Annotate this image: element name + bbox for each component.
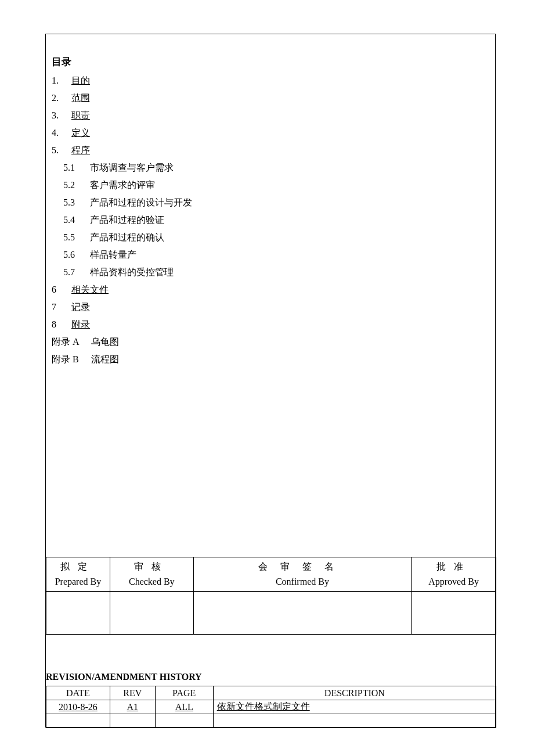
revision-history-table: DATE REV PAGE DESCRIPTION 2010-8-26 A1 A…	[46, 686, 496, 728]
toc-sub-label: 客户需求的评审	[90, 180, 155, 190]
revision-rev-cell: A1	[110, 700, 155, 714]
toc-num: 2.	[52, 89, 69, 107]
appendix-label: 乌龟图	[91, 337, 119, 347]
signoff-confirmed-cell	[193, 592, 411, 635]
toc-num: 3.	[52, 107, 69, 124]
toc-sub-num: 5.4	[63, 211, 88, 229]
appendix-label: 流程图	[91, 354, 119, 364]
toc-sub-num: 5.5	[63, 229, 88, 246]
toc-item-5: 5. 程序	[52, 142, 489, 159]
signoff-header-checked: 审核 Checked By	[110, 557, 193, 592]
toc-section: 目录 1. 目的 2. 范围 3. 职责 4. 定义 5. 程序 5.1 市场调…	[46, 34, 495, 368]
toc-sub-num: 5.7	[63, 264, 88, 281]
toc-link-responsibility[interactable]: 职责	[71, 110, 90, 120]
revision-date-cell: 2010-8-26	[46, 700, 110, 714]
toc-sub-label: 样品转量产	[90, 250, 136, 260]
signoff-value-row	[46, 592, 496, 635]
toc-sub-label: 市场调查与客户需求	[90, 163, 174, 172]
toc-sub-5-6: 5.6 样品转量产	[52, 246, 489, 264]
revision-header-date: DATE	[46, 686, 110, 700]
signoff-prepared-cell	[46, 592, 110, 635]
toc-item-8: 8 附录	[52, 316, 489, 333]
toc-sub-5-4: 5.4 产品和过程的验证	[52, 211, 489, 229]
revision-header-desc: DESCRIPTION	[213, 686, 496, 700]
toc-item-7: 7 记录	[52, 298, 489, 316]
signoff-header-en: Approved By	[428, 577, 479, 586]
appendix-a: 附录 A 乌龟图	[52, 333, 489, 351]
toc-num: 8	[52, 316, 69, 333]
signoff-header-cn: 批准	[436, 561, 471, 571]
toc-link-related-docs[interactable]: 相关文件	[71, 285, 109, 294]
revision-history-title: REVISION/AMENDMENT HISTORY	[46, 672, 202, 682]
revision-rev-cell	[110, 714, 155, 728]
revision-header-rev: REV	[110, 686, 155, 700]
signoff-header-en: Checked By	[129, 577, 175, 586]
toc-link-procedure[interactable]: 程序	[71, 145, 90, 155]
toc-sub-label: 产品和过程的确认	[90, 232, 164, 242]
toc-item-1: 1. 目的	[52, 72, 489, 89]
toc-link-definition[interactable]: 定义	[71, 128, 90, 138]
revision-header-row: DATE REV PAGE DESCRIPTION	[46, 686, 496, 700]
appendix-key: 附录 B	[52, 351, 89, 368]
toc-sub-num: 5.2	[63, 177, 88, 194]
toc-link-records[interactable]: 记录	[71, 302, 90, 312]
toc-sub-num: 5.6	[63, 246, 88, 264]
toc-sub-5-7: 5.7 样品资料的受控管理	[52, 264, 489, 281]
signoff-header-cn: 拟定	[60, 561, 95, 571]
signoff-header-cn: 会审签名	[258, 561, 347, 571]
toc-link-scope[interactable]: 范围	[71, 93, 90, 103]
toc-num: 7	[52, 298, 69, 316]
revision-rev: A1	[127, 702, 139, 712]
toc-num: 5.	[52, 142, 69, 159]
page-frame: 目录 1. 目的 2. 范围 3. 职责 4. 定义 5. 程序 5.1 市场调…	[45, 34, 496, 728]
signoff-checked-cell	[110, 592, 193, 635]
toc-sub-5-1: 5.1 市场调查与客户需求	[52, 159, 489, 177]
appendix-key: 附录 A	[52, 333, 89, 351]
toc-item-4: 4. 定义	[52, 124, 489, 142]
toc-link-purpose[interactable]: 目的	[71, 75, 90, 85]
revision-row: 2010-8-26 A1 ALL 依新文件格式制定文件	[46, 700, 496, 714]
revision-date: 2010-8-26	[59, 702, 98, 712]
signoff-header-cn: 审核	[134, 561, 169, 571]
revision-page-cell	[155, 714, 213, 728]
revision-header-page: PAGE	[155, 686, 213, 700]
revision-desc-cell: 依新文件格式制定文件	[213, 700, 496, 714]
toc-sub-5-3: 5.3 产品和过程的设计与开发	[52, 194, 489, 211]
signoff-header-prepared: 拟定 Prepared By	[46, 557, 110, 592]
signoff-header-approved: 批准 Approved By	[412, 557, 496, 592]
revision-row	[46, 714, 496, 728]
revision-page-cell: ALL	[155, 700, 213, 714]
revision-desc-cell	[213, 714, 496, 728]
toc-sub-num: 5.1	[63, 159, 88, 177]
toc-num: 6	[52, 281, 69, 298]
signoff-header-confirmed: 会审签名 Confirmed By	[193, 557, 411, 592]
toc-sub-num: 5.3	[63, 194, 88, 211]
toc-num: 1.	[52, 72, 69, 89]
toc-num: 4.	[52, 124, 69, 142]
signoff-table: 拟定 Prepared By 审核 Checked By 会审签名 Confir…	[46, 557, 496, 635]
toc-link-appendix[interactable]: 附录	[71, 319, 90, 329]
revision-date-cell	[46, 714, 110, 728]
revision-desc: 依新文件格式制定文件	[217, 701, 310, 711]
toc-sub-label: 样品资料的受控管理	[90, 267, 174, 277]
toc-sub-5-5: 5.5 产品和过程的确认	[52, 229, 489, 246]
toc-sub-5-2: 5.2 客户需求的评审	[52, 177, 489, 194]
toc-item-2: 2. 范围	[52, 89, 489, 107]
signoff-header-en: Confirmed By	[276, 577, 329, 586]
toc-sub-label: 产品和过程的验证	[90, 215, 164, 225]
toc-item-3: 3. 职责	[52, 107, 489, 124]
toc-item-6: 6 相关文件	[52, 281, 489, 298]
revision-page: ALL	[175, 702, 193, 712]
toc-title: 目录	[52, 55, 489, 69]
signoff-header-row: 拟定 Prepared By 审核 Checked By 会审签名 Confir…	[46, 557, 496, 592]
signoff-header-en: Prepared By	[55, 577, 102, 586]
toc-sub-label: 产品和过程的设计与开发	[90, 197, 192, 207]
appendix-b: 附录 B 流程图	[52, 351, 489, 368]
signoff-approved-cell	[412, 592, 496, 635]
